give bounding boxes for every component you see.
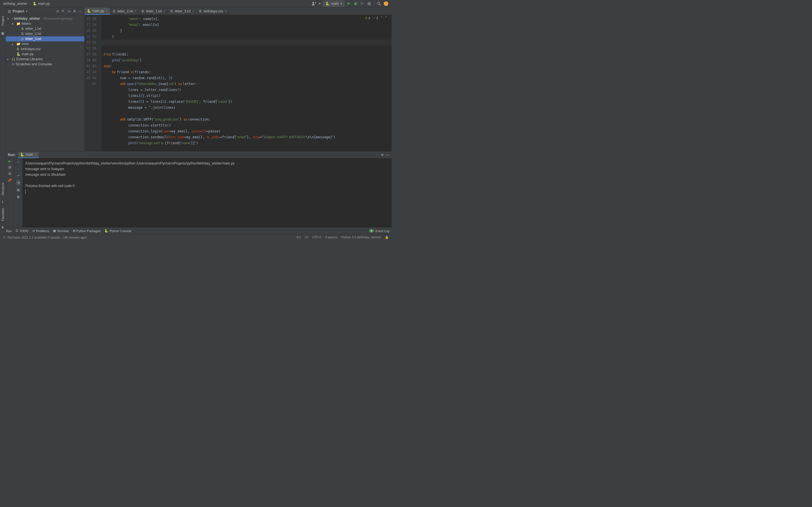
- run-tab-main[interactable]: 🐍 main ×: [18, 152, 39, 158]
- close-icon[interactable]: ×: [135, 9, 137, 13]
- close-icon[interactable]: ×: [192, 9, 194, 13]
- tab-birthdays[interactable]: 🗎 birthdays.csv ×: [197, 8, 229, 15]
- code-editor[interactable]: ⚠4 ✓2 ˄ ˅ 25 26 27 28 29 30 31 32 33 34 …: [85, 15, 392, 151]
- search-icon[interactable]: [377, 2, 381, 6]
- run-configuration-selector[interactable]: 🐍 main ▾: [323, 1, 345, 7]
- tree-file-mainpy[interactable]: 🐍 main.py: [6, 52, 84, 57]
- python-icon: 🐍: [20, 153, 24, 157]
- tab-label: letter_3.txt: [175, 9, 191, 13]
- python-packages-tool-button[interactable]: ⊞ Python Packages: [73, 229, 101, 233]
- tree-scratches[interactable]: ⧉ Scratches and Consoles: [6, 62, 84, 67]
- gear-icon[interactable]: ✲: [381, 153, 384, 157]
- expand-all-icon[interactable]: ⇱: [62, 9, 64, 13]
- tab-letter3[interactable]: 🗎 letter_3.txt ×: [168, 8, 197, 15]
- python-file-icon: 🐍: [87, 9, 91, 13]
- console-output[interactable]: /Users/swayam/PycharmProjects/python/bir…: [22, 158, 392, 227]
- chevron-down-icon: ▾: [340, 2, 342, 6]
- run-button[interactable]: [347, 2, 351, 6]
- folder-icon: ▪: [12, 17, 13, 20]
- terminal-tool-button[interactable]: ▣ Terminal: [53, 229, 69, 233]
- lock-icon[interactable]: 🔒: [385, 235, 389, 239]
- hide-icon[interactable]: —: [79, 9, 82, 13]
- structure-icon[interactable]: ⫿: [2, 200, 4, 204]
- tree-folder-venv[interactable]: ▸ 📁 venv: [6, 41, 84, 47]
- tree-file-letter1[interactable]: 🗎 letter_1.txt: [6, 26, 84, 31]
- csv-file-icon: 🗎: [199, 9, 202, 13]
- soft-wrap-icon[interactable]: ⤶: [17, 173, 20, 177]
- python-console-tool-button[interactable]: 🐍 Python Console: [104, 229, 132, 233]
- favorites-tool-button[interactable]: Favorites: [1, 208, 4, 221]
- breadcrumb-project[interactable]: birthday_wisher: [3, 2, 27, 6]
- tree-file-letter2[interactable]: 🗎 letter_2.txt: [6, 31, 84, 36]
- tab-label: main.py: [93, 9, 104, 13]
- close-icon[interactable]: ×: [35, 153, 36, 157]
- project-panel-title[interactable]: Project: [13, 9, 24, 13]
- chevron-down-icon[interactable]: ▾: [26, 10, 28, 13]
- python-icon: 🐍: [104, 229, 108, 233]
- file-encoding[interactable]: UTF-8: [312, 235, 321, 239]
- tree-folder-letters[interactable]: ▾ 📁 letters: [6, 21, 84, 26]
- tree-file-letter3[interactable]: 🗎 letter_3.txt: [6, 36, 84, 41]
- structure-tool-button[interactable]: Structure: [1, 182, 4, 195]
- debug-button[interactable]: [354, 2, 357, 6]
- svg-point-1: [354, 3, 357, 5]
- print-icon[interactable]: 🖶: [17, 188, 20, 192]
- list-icon: ☰: [15, 229, 18, 233]
- breadcrumb-file[interactable]: main.py: [38, 2, 50, 6]
- add-user-icon[interactable]: [311, 1, 317, 6]
- text-file-icon: 🗎: [170, 9, 173, 13]
- down-icon[interactable]: ↓: [17, 167, 19, 171]
- trash-icon[interactable]: 🗑: [17, 195, 20, 199]
- tree-label: venv: [22, 42, 29, 46]
- project-tool-button[interactable]: Project: [1, 16, 4, 25]
- pin-icon[interactable]: 📌: [8, 178, 12, 182]
- gear-icon[interactable]: ✲: [73, 9, 76, 13]
- scroll-to-end-icon[interactable]: ⇥: [16, 180, 20, 185]
- tree-root-path: ~/PycharmProjects/py: [42, 17, 72, 20]
- collapse-all-icon[interactable]: ⇲: [67, 9, 70, 13]
- text-file-icon: 🗎: [21, 27, 24, 31]
- star-icon[interactable]: ★: [1, 225, 4, 229]
- status-message[interactable]: PyCharm 2021.1.1 available // Update... …: [8, 236, 87, 239]
- tree-label: Scratches and Consoles: [15, 62, 52, 66]
- event-log-button[interactable]: Event Log: [375, 229, 389, 233]
- tab-letter1[interactable]: 🗎 letter_1.txt ×: [139, 8, 168, 15]
- tab-mainpy[interactable]: 🐍 main.py ×: [85, 8, 110, 15]
- project-structure-icon[interactable]: ▣: [1, 31, 4, 35]
- tree-label: main.py: [22, 52, 34, 56]
- rerun-button[interactable]: [8, 160, 11, 163]
- tree-label: External Libraries: [16, 57, 43, 61]
- indent-settings[interactable]: 4 spaces: [325, 235, 338, 239]
- text-file-icon: 🗎: [21, 37, 24, 41]
- tree-file-birthdays[interactable]: 🗎 birthdays.csv: [6, 47, 84, 52]
- close-icon[interactable]: ×: [163, 9, 165, 13]
- avatar[interactable]: [384, 1, 388, 6]
- python-interpreter[interactable]: Python 3.8 (birthday_wisher): [342, 235, 381, 239]
- package-icon: ⊞: [73, 229, 75, 233]
- tab-letter2[interactable]: 🗎 letter_2.txt ×: [110, 8, 139, 15]
- breadcrumb: birthday_wisher 〉 🐍 main.py: [3, 1, 50, 6]
- tree-root[interactable]: ▾ ▪ birthday_wisher ~/PycharmProjects/py: [6, 16, 84, 21]
- line-separator[interactable]: LF: [305, 235, 308, 239]
- run-with-coverage-button[interactable]: [360, 2, 364, 6]
- code-content[interactable]: "name": name[n], "email": email[n] } ) i…: [101, 15, 392, 151]
- cursor-position[interactable]: 6:1: [297, 235, 301, 239]
- layout-icon[interactable]: ⊞: [8, 172, 11, 175]
- tree-label: letters: [22, 22, 31, 25]
- hide-icon[interactable]: —: [386, 153, 389, 157]
- chevron-down-icon: ▾: [7, 17, 11, 20]
- up-icon[interactable]: ↑: [17, 160, 19, 164]
- run-tab-label: main: [26, 153, 33, 157]
- close-icon[interactable]: ×: [106, 9, 108, 13]
- select-opened-file-icon[interactable]: ⊙: [56, 9, 59, 13]
- event-count-badge[interactable]: 1: [369, 229, 374, 232]
- tab-label: letter_2.txt: [117, 9, 133, 13]
- close-icon[interactable]: ×: [225, 9, 227, 13]
- tree-external-libraries[interactable]: ▸ ⫿⫿ External Libraries: [6, 57, 84, 62]
- todo-tool-button[interactable]: ☰ TODO: [15, 229, 29, 233]
- tool-window-icon[interactable]: ⊡: [3, 235, 5, 239]
- fold-gutter: [99, 15, 101, 151]
- chevron-right-icon: ▸: [12, 43, 15, 46]
- problems-tool-button[interactable]: ⊘ Problems: [33, 229, 49, 233]
- chevron-down-icon[interactable]: ▾: [319, 2, 320, 6]
